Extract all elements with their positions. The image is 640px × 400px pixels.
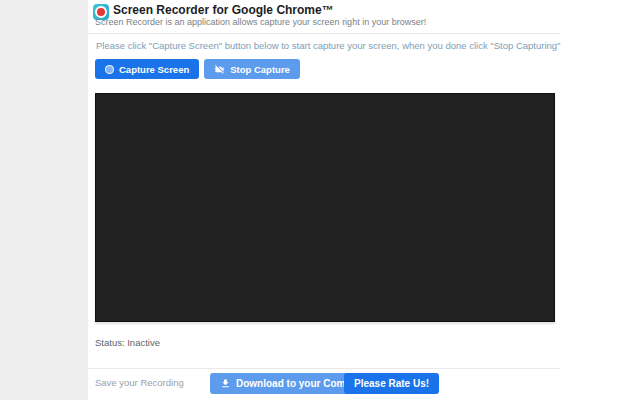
stop-capture-button[interactable]: Stop Capture	[204, 59, 300, 79]
rate-us-label: Please Rate Us!	[354, 378, 429, 389]
status-text: Status: Inactive	[95, 337, 160, 348]
videocam-off-icon	[214, 64, 225, 75]
video-preview	[95, 93, 555, 322]
screenshot-canvas: Screen Recorder for Google Chrome™ Scree…	[0, 0, 640, 400]
app-subtitle: Screen Recorder is an application allows…	[95, 17, 426, 27]
page-title: Screen Recorder for Google Chrome™	[113, 3, 334, 17]
download-icon	[220, 378, 231, 389]
rate-us-button[interactable]: Please Rate Us!	[344, 373, 439, 394]
save-recording-label: Save your Recording	[95, 377, 184, 388]
header-divider	[88, 33, 560, 34]
footer-divider	[88, 368, 560, 369]
stop-capture-label: Stop Capture	[230, 64, 290, 75]
record-dot-icon	[105, 65, 114, 74]
capture-screen-label: Capture Screen	[119, 64, 189, 75]
instruction-text: Please click "Capture Screen" button bel…	[96, 40, 560, 51]
capture-screen-button[interactable]: Capture Screen	[95, 59, 199, 79]
capture-controls: Capture Screen Stop Capture	[95, 59, 300, 79]
app-page: Screen Recorder for Google Chrome™ Scree…	[88, 0, 640, 400]
